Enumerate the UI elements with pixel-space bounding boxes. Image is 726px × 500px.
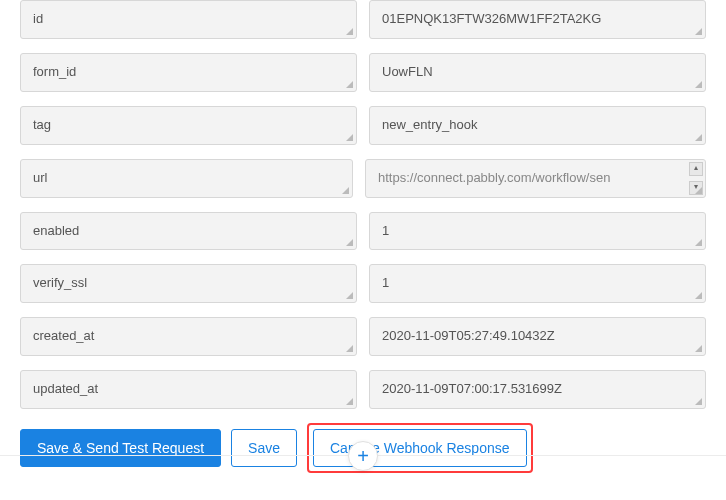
resize-handle-icon[interactable] (345, 397, 355, 407)
resize-handle-icon[interactable] (345, 344, 355, 354)
key-label: tag (33, 117, 51, 132)
key-label: updated_at (33, 381, 98, 396)
field-key-enabled[interactable]: enabled (20, 212, 357, 251)
resize-handle-icon[interactable] (345, 133, 355, 143)
field-value-verify-ssl[interactable]: 1 (369, 264, 706, 303)
field-value-id[interactable]: 01EPNQK13FTW326MW1FF2TA2KG (369, 0, 706, 39)
field-value-form-id[interactable]: UowFLN (369, 53, 706, 92)
key-label: url (33, 170, 47, 185)
value-text: 2020-11-09T05:27:49.10432Z (382, 328, 693, 345)
field-value-tag[interactable]: new_entry_hook (369, 106, 706, 145)
field-value-updated-at[interactable]: 2020-11-09T07:00:17.531699Z (369, 370, 706, 409)
resize-handle-icon[interactable] (694, 27, 704, 37)
resize-handle-icon[interactable] (694, 80, 704, 90)
field-value-url[interactable]: https://connect.pabbly.com/workflow/sen … (365, 159, 706, 198)
field-row-url: url https://connect.pabbly.com/workflow/… (20, 159, 706, 198)
value-text: https://connect.pabbly.com/workflow/sen (378, 170, 685, 187)
field-row-verify-ssl: verify_ssl 1 (20, 264, 706, 303)
resize-handle-icon[interactable] (345, 80, 355, 90)
field-key-tag[interactable]: tag (20, 106, 357, 145)
field-key-url[interactable]: url (20, 159, 353, 198)
key-label: enabled (33, 223, 79, 238)
field-key-id[interactable]: id (20, 0, 357, 39)
plus-icon: + (357, 446, 369, 466)
field-key-form-id[interactable]: form_id (20, 53, 357, 92)
footer-divider: + (0, 455, 726, 500)
value-text: 2020-11-09T07:00:17.531699Z (382, 381, 693, 398)
field-row-tag: tag new_entry_hook (20, 106, 706, 145)
value-text: 1 (382, 275, 693, 292)
field-key-updated-at[interactable]: updated_at (20, 370, 357, 409)
add-step-button[interactable]: + (348, 441, 378, 471)
field-row-id: id 01EPNQK13FTW326MW1FF2TA2KG (20, 0, 706, 39)
scroll-up-icon[interactable]: ▴ (689, 162, 703, 176)
field-value-enabled[interactable]: 1 (369, 212, 706, 251)
value-text: 01EPNQK13FTW326MW1FF2TA2KG (382, 11, 693, 28)
key-label: verify_ssl (33, 275, 87, 290)
resize-handle-icon[interactable] (694, 186, 704, 196)
resize-handle-icon[interactable] (694, 291, 704, 301)
form-fields-panel: id 01EPNQK13FTW326MW1FF2TA2KG form_id Uo… (0, 0, 726, 495)
key-label: id (33, 11, 43, 26)
resize-handle-icon[interactable] (345, 238, 355, 248)
field-row-created-at: created_at 2020-11-09T05:27:49.10432Z (20, 317, 706, 356)
field-row-updated-at: updated_at 2020-11-09T07:00:17.531699Z (20, 370, 706, 409)
value-text: UowFLN (382, 64, 693, 81)
field-value-created-at[interactable]: 2020-11-09T05:27:49.10432Z (369, 317, 706, 356)
field-key-verify-ssl[interactable]: verify_ssl (20, 264, 357, 303)
resize-handle-icon[interactable] (341, 186, 351, 196)
field-row-enabled: enabled 1 (20, 212, 706, 251)
key-label: created_at (33, 328, 94, 343)
field-key-created-at[interactable]: created_at (20, 317, 357, 356)
resize-handle-icon[interactable] (694, 344, 704, 354)
resize-handle-icon[interactable] (345, 27, 355, 37)
value-text: 1 (382, 223, 693, 240)
resize-handle-icon[interactable] (694, 238, 704, 248)
field-row-form-id: form_id UowFLN (20, 53, 706, 92)
key-label: form_id (33, 64, 76, 79)
resize-handle-icon[interactable] (694, 133, 704, 143)
value-text: new_entry_hook (382, 117, 693, 134)
resize-handle-icon[interactable] (694, 397, 704, 407)
resize-handle-icon[interactable] (345, 291, 355, 301)
